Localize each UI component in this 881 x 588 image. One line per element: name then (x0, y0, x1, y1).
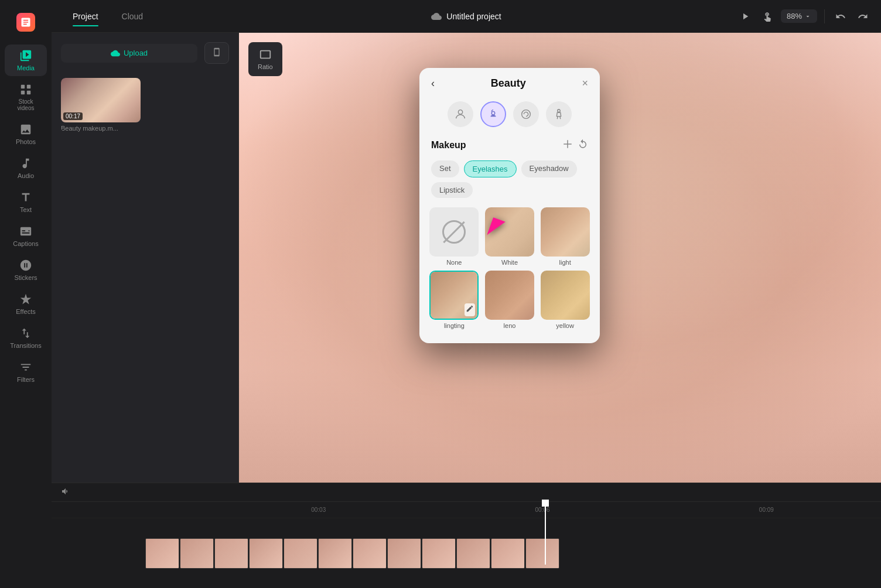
ratio-panel: Ratio (248, 42, 282, 76)
track-thumb-4 (249, 538, 283, 569)
hand-tool-button[interactable] (759, 8, 776, 25)
svg-point-5 (458, 110, 462, 114)
track-area (52, 518, 881, 588)
time-mark-3: 00:09 (759, 507, 774, 513)
beauty-thumb-white (485, 207, 534, 257)
filter-tag-set[interactable]: Set (431, 160, 459, 177)
sidebar-item-filters-label: Filters (17, 376, 35, 383)
panel-actions: Upload (52, 33, 238, 73)
beauty-tab-makeup[interactable] (480, 101, 506, 127)
top-bar: Project Cloud Untitled project 88% (52, 0, 881, 33)
beauty-item-lingting-label: lingting (444, 322, 465, 329)
beauty-section-actions (562, 139, 588, 151)
filter-tag-eyeshadow[interactable]: Eyeshadow (521, 160, 577, 177)
redo-button[interactable] (854, 8, 872, 25)
track-thumb-6 (318, 538, 352, 569)
beauty-thumb-light (541, 207, 590, 257)
tab-group: Project Cloud (61, 7, 331, 26)
undo-button[interactable] (832, 8, 849, 25)
sidebar-item-captions[interactable]: Captions (5, 220, 47, 252)
track-thumb-9 (422, 538, 456, 569)
ratio-button[interactable]: Ratio (248, 42, 282, 76)
track-thumb-8 (387, 538, 421, 569)
svg-point-6 (491, 111, 495, 115)
time-mark-2: 00:06 (535, 507, 550, 513)
beauty-item-none[interactable]: None (429, 207, 480, 266)
beauty-title: Beauty (491, 77, 526, 90)
beauty-tab-icons (419, 97, 600, 134)
logo[interactable] (13, 9, 39, 35)
logo-icon (16, 13, 35, 32)
playhead (545, 502, 546, 565)
beauty-tab-face[interactable] (448, 101, 473, 127)
beauty-thumb-none (429, 207, 479, 257)
preview-area: Ratio (239, 33, 881, 483)
beauty-close-button[interactable]: × (582, 77, 588, 90)
beauty-item-yellow[interactable]: yellow (539, 271, 590, 329)
sidebar-item-stock-videos[interactable]: Stockvideos (5, 78, 47, 116)
filter-tag-eyelashes[interactable]: Eyelashes (464, 160, 517, 177)
beauty-item-white-label: White (501, 259, 518, 266)
svg-rect-2 (21, 91, 25, 94)
sidebar-item-text[interactable]: Text (5, 186, 47, 218)
media-thumbnail[interactable]: 00:17 Beauty makeup.m... (61, 78, 229, 132)
beauty-popup: ‹ Beauty × (419, 68, 600, 343)
beauty-thumb-yellow (541, 271, 590, 320)
beauty-thumb-lingting (429, 271, 479, 320)
beauty-section-header: Makeup (419, 134, 600, 156)
beauty-item-light[interactable]: light (539, 207, 590, 266)
beauty-item-leno-label: leno (504, 322, 516, 329)
sidebar-item-effects-label: Effects (16, 308, 35, 315)
upload-button[interactable]: Upload (61, 44, 197, 63)
sidebar-item-transitions[interactable]: Transitions (5, 322, 47, 354)
sidebar-item-stickers[interactable]: Stickers (5, 254, 47, 286)
beauty-item-leno[interactable]: leno (484, 271, 535, 329)
sidebar-item-stock-videos-label: Stockvideos (18, 98, 35, 111)
beauty-header: ‹ Beauty × (419, 68, 600, 97)
tab-project[interactable]: Project (61, 7, 110, 26)
sidebar: Media Stockvideos Photos Audio Text Capt… (0, 0, 52, 588)
track-labels (52, 518, 145, 588)
beauty-item-light-label: light (559, 259, 571, 266)
panel-area: Upload 00:17 Beauty makeup.m... (52, 33, 881, 483)
svg-rect-3 (27, 91, 30, 94)
beauty-back-button[interactable]: ‹ (431, 77, 435, 90)
svg-rect-0 (21, 85, 25, 88)
beauty-compare-button[interactable] (562, 139, 573, 151)
beauty-tab-body[interactable] (546, 101, 572, 127)
track-thumb-3 (214, 538, 248, 569)
svg-rect-1 (27, 85, 30, 88)
beauty-item-white[interactable]: White (484, 207, 535, 266)
track-thumb-5 (284, 538, 317, 569)
sidebar-item-effects[interactable]: Effects (5, 288, 47, 320)
beauty-thumb-leno (485, 271, 534, 320)
project-title: Untitled project (446, 12, 501, 21)
mobile-button[interactable] (204, 42, 229, 64)
sidebar-item-transitions-label: Transitions (10, 342, 41, 349)
sidebar-item-filters[interactable]: Filters (5, 356, 47, 388)
filter-tag-lipstick[interactable]: Lipstick (431, 182, 473, 198)
playhead-head (542, 500, 549, 507)
sidebar-item-media[interactable]: Media (5, 45, 47, 76)
zoom-level-button[interactable]: 88% (781, 9, 817, 23)
sidebar-item-audio[interactable]: Audio (5, 152, 47, 184)
svg-point-7 (522, 110, 531, 119)
sidebar-item-stickers-label: Stickers (14, 274, 37, 281)
thumbnail-name: Beauty makeup.m... (61, 125, 229, 132)
tab-cloud[interactable]: Cloud (110, 7, 155, 26)
sidebar-item-photos[interactable]: Photos (5, 118, 47, 150)
left-panel: Upload 00:17 Beauty makeup.m... (52, 33, 239, 483)
svg-rect-4 (261, 51, 271, 59)
beauty-item-yellow-label: yellow (556, 322, 574, 329)
video-track (145, 518, 881, 588)
beauty-item-none-label: None (446, 259, 462, 266)
makeup-filter-tags: Set Eyelashes Eyeshadow Lipstick (419, 156, 600, 203)
beauty-tab-contour[interactable] (513, 101, 539, 127)
timeline: 00:03 00:06 00:09 (52, 483, 881, 588)
beauty-grid: None White (419, 203, 600, 334)
volume-button[interactable] (61, 487, 70, 498)
cloud-icon (431, 11, 442, 22)
beauty-reset-button[interactable] (578, 139, 588, 151)
beauty-item-lingting[interactable]: lingting (429, 271, 480, 329)
play-button[interactable] (736, 8, 754, 25)
